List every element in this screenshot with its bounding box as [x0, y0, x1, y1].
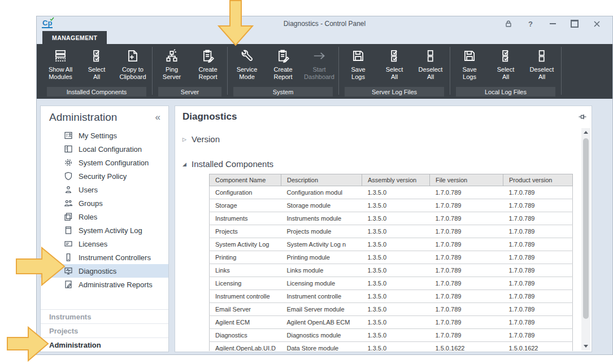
cell-description: Instrument controlle	[281, 290, 362, 303]
cell-description: Configuration modul	[281, 186, 362, 199]
bottom-nav-administration[interactable]: Administration	[41, 337, 168, 352]
table-row[interactable]: Email Server Email Server module 1.3.5.0…	[210, 303, 573, 316]
table-row[interactable]: Storage Storage module 1.3.5.0 1.7.0.789…	[210, 199, 573, 212]
create-report-server-button[interactable]: CreateReport	[190, 46, 226, 86]
column-header[interactable]: Component Name	[210, 174, 281, 186]
save-logs-server-button[interactable]: SaveLogs	[340, 46, 376, 86]
scrollbar-thumb[interactable]	[583, 138, 589, 319]
minimize-button[interactable]	[548, 19, 557, 28]
app-window: Cp Diagnostics - Control Panel ? MANAGEM…	[36, 16, 613, 355]
sidebar-item-groups[interactable]: Groups	[41, 196, 168, 210]
column-header[interactable]: Product version	[503, 174, 573, 186]
collapse-sidebar-icon[interactable]: «	[155, 113, 160, 121]
sidebar-bottom-nav: Instruments Projects Administration	[41, 309, 168, 352]
copy-to-clipboard-icon	[125, 47, 140, 64]
bottom-nav-projects[interactable]: Projects	[41, 323, 168, 337]
column-header[interactable]: File version	[430, 174, 503, 186]
ribbon-group-label: Local Log Files	[456, 87, 555, 97]
annotation-arrow-service-mode	[218, 0, 254, 46]
section-version[interactable]: ▷ Version	[182, 134, 581, 144]
save-logs-local-button[interactable]: SaveLogs	[451, 46, 488, 86]
tab-management[interactable]: MANAGEMENT	[42, 31, 107, 44]
sidebar-item-my-settings[interactable]: My Settings	[41, 129, 168, 142]
cell-description: Data Store module	[281, 342, 362, 352]
cell-component-name: Instruments	[210, 212, 281, 225]
table-row[interactable]: Agilent.OpenLab.UI.D Data Store module 1…	[210, 342, 573, 352]
log-icon	[64, 226, 73, 235]
deselect-all-server-logs-button[interactable]: DeselectAll	[412, 46, 449, 86]
cell-assembly-version: 1.3.5.0	[362, 316, 430, 329]
table-row[interactable]: Instrument controlle Instrument controll…	[210, 290, 573, 303]
select-all-icon	[89, 47, 104, 64]
shield-icon	[64, 172, 73, 181]
start-dashboard-button[interactable]: StartDashboard	[301, 46, 337, 86]
ribbon-separator	[561, 47, 562, 95]
table-row[interactable]: Licensing Licensing module 1.3.5.0 1.7.0…	[210, 277, 573, 290]
ribbon-group-label: Server Log Files	[345, 87, 444, 97]
select-all-button[interactable]: SelectAll	[79, 46, 115, 86]
service-mode-button[interactable]: ServiceMode	[229, 46, 265, 86]
select-all-local-logs-button[interactable]: SelectAll	[488, 46, 524, 86]
sidebar-heading: Administration	[49, 111, 117, 124]
cell-description: Links module	[281, 264, 362, 277]
lock-icon[interactable]	[504, 19, 513, 28]
ribbon-separator	[152, 47, 153, 95]
main-content: ▷ Version ◢ Installed Components Compone…	[175, 128, 581, 351]
table-row[interactable]: Projects Projects module 1.3.5.0 1.7.0.7…	[210, 225, 573, 238]
cell-description: Printing module	[281, 251, 362, 264]
cell-file-version: 1.7.0.789	[430, 238, 503, 251]
scroll-down-icon[interactable]	[581, 342, 590, 350]
scroll-up-icon[interactable]	[581, 128, 590, 137]
cell-description: Projects module	[281, 225, 362, 238]
table-row[interactable]: Instruments Instruments module 1.3.5.0 1…	[210, 212, 573, 225]
sidebar-item-local-configuration[interactable]: Local Configuration	[41, 142, 168, 156]
show-all-modules-button[interactable]: Show AllModules	[42, 46, 79, 86]
sidebar-item-roles[interactable]: Roles	[41, 210, 168, 223]
ribbon-group-label: Installed Components	[47, 87, 146, 97]
section-installed-components[interactable]: ◢ Installed Components	[182, 159, 581, 169]
select-all-server-logs-button[interactable]: SelectAll	[376, 46, 412, 86]
cell-product-version: 1.7.0.789	[503, 238, 573, 251]
ping-server-icon	[164, 47, 179, 64]
ribbon-separator	[450, 47, 450, 95]
ping-server-button[interactable]: PingServer	[154, 46, 190, 86]
installed-components-table: Component Name Description Assembly vers…	[209, 174, 573, 351]
table-row[interactable]: System Activity Log System Activity Log …	[210, 238, 573, 251]
deselect-all-icon	[534, 47, 549, 64]
create-report-system-button[interactable]: CreateReport	[265, 46, 301, 86]
bottom-nav-instruments[interactable]: Instruments	[41, 309, 168, 323]
ribbon-group-system: ServiceMode CreateReport StartDashboard …	[229, 44, 337, 99]
help-button[interactable]: ?	[526, 19, 535, 28]
annotation-arrow-administration	[7, 326, 50, 362]
pin-icon[interactable]	[578, 112, 587, 121]
maximize-button[interactable]	[570, 19, 579, 28]
table-row[interactable]: Agilent ECM Agilent OpenLAB ECM 1.3.5.0 …	[210, 316, 573, 329]
cell-assembly-version: 1.3.5.0	[362, 264, 430, 277]
table-row[interactable]: Diagnostics Diagnostics module 1.3.5.0 1…	[210, 329, 573, 342]
vertical-scrollbar[interactable]	[581, 128, 590, 350]
cell-component-name: Printing	[210, 251, 281, 264]
ribbon-group-server-log-files: SaveLogs SelectAll DeselectAll Server Lo…	[340, 44, 449, 99]
sidebar-item-system-activity-log[interactable]: System Activity Log	[41, 223, 168, 237]
close-button[interactable]	[592, 19, 601, 28]
sidebar-item-system-configuration[interactable]: System Configuration	[41, 156, 168, 169]
sidebar-item-users[interactable]: Users	[41, 183, 168, 196]
table-row[interactable]: Printing Printing module 1.3.5.0 1.7.0.7…	[210, 251, 573, 264]
select-all-icon	[498, 47, 513, 64]
table-row[interactable]: Links Links module 1.3.5.0 1.7.0.789 1.7…	[210, 264, 573, 277]
sidebar-item-security-policy[interactable]: Security Policy	[41, 169, 168, 183]
cell-assembly-version: 1.3.5.0	[362, 238, 430, 251]
column-header[interactable]: Assembly version	[362, 174, 430, 186]
cell-product-version: 1.7.0.789	[503, 277, 573, 290]
table-row[interactable]: Configuration Configuration modul 1.3.5.…	[210, 186, 573, 199]
column-header[interactable]: Description	[281, 174, 362, 186]
cell-component-name: Email Server	[210, 303, 281, 316]
table-header-row: Component Name Description Assembly vers…	[210, 174, 573, 186]
cell-product-version: 1.7.0.789	[503, 199, 573, 212]
annotation-arrow-diagnostics	[16, 247, 66, 286]
copy-to-clipboard-button[interactable]: Copy toClipboard	[115, 46, 151, 86]
expander-collapsed-icon: ▷	[182, 137, 188, 142]
ribbon-group-label: System	[233, 87, 333, 97]
deselect-all-local-logs-button[interactable]: DeselectAll	[524, 46, 560, 86]
ribbon-group-installed-components: Show AllModules SelectAll Copy toClipboa…	[42, 44, 151, 99]
